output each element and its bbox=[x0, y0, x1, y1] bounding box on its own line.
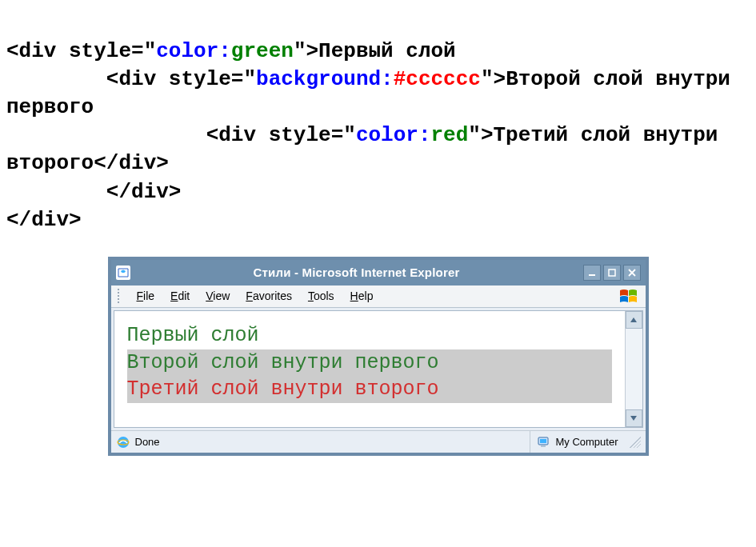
menu-file[interactable]: File bbox=[130, 288, 162, 304]
svg-rect-5 bbox=[540, 439, 546, 443]
statusbar: Done My Computer bbox=[111, 430, 646, 453]
rendered-line-3: Третий слой внутри второго bbox=[127, 376, 612, 403]
resize-grip-icon[interactable] bbox=[630, 437, 641, 448]
ie-window: Стили - Microsoft Internet Explorer File… bbox=[108, 257, 649, 456]
window-buttons bbox=[583, 265, 641, 281]
windows-logo-icon bbox=[617, 287, 639, 305]
ie-app-icon bbox=[116, 266, 130, 280]
code-line-4: </div> bbox=[6, 180, 181, 204]
code-line-3: <div style="color:red">Третий слой внутр… bbox=[6, 123, 730, 175]
code-line-2: <div style="background:#cccccc">Второй с… bbox=[6, 67, 743, 119]
scroll-up-button[interactable] bbox=[626, 311, 642, 329]
menu-help[interactable]: Help bbox=[344, 288, 380, 304]
svg-rect-0 bbox=[589, 274, 595, 276]
code-line-5: </div> bbox=[6, 208, 82, 232]
svg-rect-6 bbox=[541, 445, 546, 447]
titlebar[interactable]: Стили - Microsoft Internet Explorer bbox=[111, 260, 646, 285]
minimize-button[interactable] bbox=[583, 265, 601, 281]
status-zone: My Computer bbox=[555, 436, 618, 448]
rendered-gray-block: Второй слой внутри первого Третий слой в… bbox=[127, 349, 612, 404]
code-block: <div style="color:green">Первый слой <di… bbox=[6, 10, 750, 234]
vertical-scrollbar[interactable] bbox=[625, 311, 642, 427]
rendered-line-2: Второй слой внутри первого bbox=[127, 349, 612, 377]
page-content: Первый слой Второй слой внутри первого Т… bbox=[114, 311, 625, 427]
ie-status-icon bbox=[116, 435, 130, 449]
scroll-track[interactable] bbox=[626, 329, 642, 409]
window-title: Стили - Microsoft Internet Explorer bbox=[137, 266, 577, 279]
my-computer-icon bbox=[537, 435, 551, 449]
menu-favorites[interactable]: Favorites bbox=[239, 288, 298, 304]
menu-view[interactable]: View bbox=[199, 288, 236, 304]
svg-rect-1 bbox=[609, 270, 615, 276]
menubar: File Edit View Favorites Tools Help bbox=[111, 285, 646, 308]
scroll-down-button[interactable] bbox=[626, 409, 642, 427]
rendered-line-1: Первый слой bbox=[127, 322, 612, 349]
menu-edit[interactable]: Edit bbox=[164, 288, 196, 304]
maximize-button[interactable] bbox=[603, 265, 621, 281]
status-done: Done bbox=[135, 436, 160, 448]
menu-grip-icon[interactable] bbox=[118, 289, 122, 303]
code-line-1: <div style="color:green">Первый слой bbox=[6, 39, 456, 63]
close-button[interactable] bbox=[623, 265, 641, 281]
menu-tools[interactable]: Tools bbox=[302, 288, 341, 304]
client-area: Первый слой Второй слой внутри первого Т… bbox=[114, 310, 643, 428]
status-zone-segment: My Computer bbox=[530, 431, 618, 453]
